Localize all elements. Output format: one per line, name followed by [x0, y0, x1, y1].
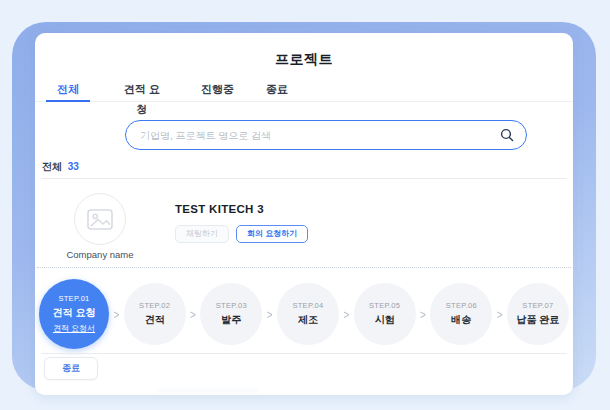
- chevron-right-icon: >: [497, 307, 503, 320]
- step-03-order: STEP.03 발주: [200, 283, 262, 345]
- step-number: STEP.04: [292, 301, 323, 310]
- company-name-label: Company name: [65, 249, 135, 260]
- step-label: 발주: [221, 313, 241, 327]
- next-item-faded: [158, 389, 258, 395]
- step-number: STEP.03: [216, 301, 247, 310]
- step-01-quote-request: STEP.01 견적 요청 견적 요청서: [39, 279, 109, 349]
- step-label: 제조: [298, 313, 318, 327]
- step-02-quote: STEP.02 견적: [124, 283, 186, 345]
- project-title[interactable]: TEST KITECH 3: [175, 203, 264, 215]
- divider: [41, 353, 567, 354]
- step-number: STEP.07: [522, 301, 553, 310]
- step-progress: STEP.01 견적 요청 견적 요청서 > STEP.02 견적 > STEP…: [39, 276, 569, 352]
- chevron-right-icon: >: [190, 307, 196, 320]
- step-04-manufacture: STEP.04 제조: [277, 283, 339, 345]
- result-count: 전체 33: [42, 160, 79, 174]
- step-number: STEP.06: [446, 301, 477, 310]
- step-label: 납품 완료: [517, 313, 560, 327]
- step-label: 견적: [145, 313, 165, 327]
- bottom-fade-overlay: [35, 381, 573, 395]
- image-placeholder-icon: [87, 209, 113, 230]
- company-avatar[interactable]: [74, 193, 126, 245]
- app-window: 프로젝트 전체 견적 요청 진행중 종료 전체 33: [0, 0, 610, 410]
- project-panel: 프로젝트 전체 견적 요청 진행중 종료 전체 33: [35, 33, 573, 395]
- search-input[interactable]: [140, 130, 500, 141]
- chat-button[interactable]: 채팅하기: [175, 225, 229, 243]
- quote-request-doc-link[interactable]: 견적 요청서: [53, 323, 95, 334]
- project-actions: 채팅하기 회의 요청하기: [175, 225, 308, 243]
- step-number: STEP.01: [58, 294, 89, 303]
- chevron-right-icon: >: [343, 307, 349, 320]
- tab-bar: 전체 견적 요청 진행중 종료: [35, 79, 573, 102]
- tab-all[interactable]: 전체: [46, 79, 90, 102]
- meeting-request-button[interactable]: 회의 요청하기: [236, 225, 308, 243]
- divider: [41, 178, 567, 179]
- tab-ended[interactable]: 종료: [263, 79, 291, 102]
- dotted-divider: [37, 267, 571, 268]
- chevron-right-icon: >: [267, 307, 273, 320]
- step-label: 배송: [451, 313, 471, 327]
- step-number: STEP.02: [139, 301, 170, 310]
- step-label: 시험: [375, 313, 395, 327]
- chevron-right-icon: >: [113, 307, 119, 320]
- end-status-button[interactable]: 종료: [44, 357, 98, 380]
- search-bar: [125, 120, 527, 150]
- chevron-right-icon: >: [420, 307, 426, 320]
- search-icon[interactable]: [500, 128, 514, 142]
- step-06-delivery: STEP.06 배송: [430, 283, 492, 345]
- step-07-complete: STEP.07 납품 완료: [507, 283, 569, 345]
- step-label: 견적 요청: [53, 306, 96, 320]
- tab-quote-request[interactable]: 견적 요청: [120, 79, 164, 102]
- page-title: 프로젝트: [35, 51, 573, 69]
- step-number: STEP.05: [369, 301, 400, 310]
- result-count-number: 33: [68, 161, 79, 172]
- result-count-label: 전체: [42, 161, 62, 172]
- step-05-test: STEP.05 시험: [354, 283, 416, 345]
- tab-in-progress[interactable]: 진행중: [200, 79, 235, 102]
